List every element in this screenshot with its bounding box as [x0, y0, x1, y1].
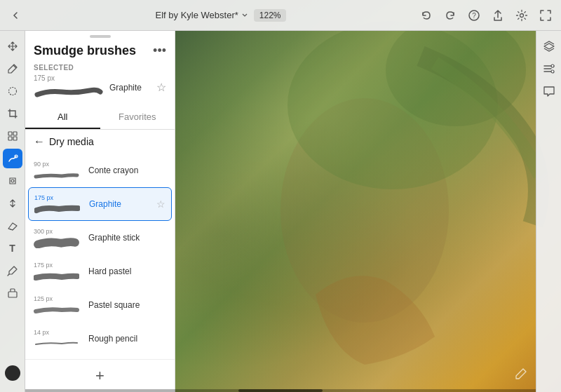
panel-title: Smudge brushes: [34, 43, 136, 58]
selected-star-icon[interactable]: ☆: [156, 81, 166, 94]
category-name: Dry media: [49, 136, 94, 147]
svg-text:?: ?: [472, 12, 476, 20]
left-toolbar: T: [0, 31, 25, 392]
brush-name-conte: Conte crayon: [88, 165, 166, 175]
brush-item-selected[interactable]: 175 px Graphite ☆: [28, 187, 172, 221]
add-button-row: +: [25, 359, 175, 392]
panel-more-button[interactable]: •••: [153, 43, 166, 58]
right-toolbar: [536, 31, 561, 392]
brush-item[interactable]: 90 px Conte crayon: [25, 154, 175, 187]
svg-point-5: [520, 13, 524, 17]
svg-rect-7: [8, 132, 12, 135]
brush-name-graphite: Graphite: [89, 199, 151, 209]
brush-preview-pastel-square: 125 px: [34, 295, 83, 316]
tab-favorites-label: Favorites: [119, 111, 156, 122]
category-nav: ← Dry media: [25, 130, 175, 154]
selected-brush-stroke: [34, 83, 104, 100]
tool-eyedropper[interactable]: [3, 261, 22, 281]
svg-rect-13: [8, 292, 17, 297]
type-icon-label: T: [9, 243, 15, 254]
file-name: Elf by Kyle Webster*: [156, 10, 238, 20]
svg-point-14: [551, 65, 554, 67]
brush-preview-rough-pencil: 14 px: [34, 329, 83, 349]
fullscreen-button[interactable]: [539, 8, 553, 22]
undo-button[interactable]: [419, 8, 433, 22]
panel-header: Smudge brushes •••: [25, 41, 175, 64]
brush-name-rough-pencil: Rough pencil: [88, 334, 166, 344]
file-title[interactable]: Elf by Kyle Webster*: [156, 10, 248, 20]
brush-item[interactable]: 300 px Graphite stick: [25, 221, 175, 255]
brush-preview-hard-pastel: 175 px: [34, 262, 83, 282]
tool-move[interactable]: [3, 36, 22, 56]
selected-label: SELECTED: [34, 64, 166, 72]
brush-name-pastel-square: Pastel square: [88, 300, 166, 310]
svg-point-12: [11, 180, 14, 182]
selected-brush-name: Graphite: [109, 83, 151, 93]
brush-star-graphite[interactable]: ☆: [156, 198, 165, 210]
panel-handle: [90, 35, 111, 38]
brush-list: 90 px Conte crayon 175 px Graphite ☆ 300…: [25, 154, 175, 359]
bottom-indicator: [238, 389, 323, 392]
canvas-edit-icon: [515, 367, 527, 384]
brush-preview-conte: 90 px: [34, 161, 83, 181]
selected-brush-size: 175 px: [34, 74, 55, 82]
toolbar-left: [8, 8, 22, 22]
brush-item[interactable]: 14 px Rough pencil: [25, 322, 175, 356]
add-brush-button[interactable]: +: [90, 365, 111, 386]
svg-point-15: [551, 70, 554, 73]
zoom-badge[interactable]: 122%: [254, 9, 287, 22]
selected-brush-preview: 175 px: [34, 74, 104, 100]
settings-button[interactable]: [515, 8, 529, 22]
svg-rect-9: [8, 137, 12, 140]
color-swatch[interactable]: [5, 365, 20, 381]
tool-properties[interactable]: [539, 59, 559, 79]
help-button[interactable]: ?: [467, 8, 481, 22]
brush-item[interactable]: 125 px Pastel square: [25, 288, 175, 322]
tool-brush[interactable]: [3, 59, 22, 79]
brush-preview-graphite-stick: 300 px: [34, 228, 83, 248]
tool-transform[interactable]: [3, 194, 22, 213]
toolbar-center: Elf by Kyle Webster* 122%: [156, 9, 287, 22]
tabs-row: All Favorites: [25, 106, 175, 130]
brush-preview-graphite: 175 px: [34, 194, 83, 215]
tool-layers[interactable]: [539, 36, 559, 56]
back-arrow-icon[interactable]: ←: [34, 135, 45, 148]
selected-section: SELECTED 175 px Graphite ☆: [25, 64, 175, 106]
brush-item[interactable]: 175 px Hard pastel: [25, 255, 175, 288]
tool-smudge[interactable]: [3, 149, 22, 168]
tool-lasso[interactable]: [3, 81, 22, 101]
tab-all[interactable]: All: [25, 106, 100, 129]
tool-comments[interactable]: [539, 81, 559, 101]
brush-panel: Smudge brushes ••• SELECTED 175 px Graph…: [25, 31, 175, 392]
brush-name-hard-pastel: Hard pastel: [88, 266, 166, 276]
tab-all-label: All: [58, 111, 67, 122]
svg-point-6: [8, 88, 16, 95]
tool-library[interactable]: [3, 283, 22, 303]
tool-eraser[interactable]: [3, 216, 22, 236]
redo-button[interactable]: [443, 8, 457, 22]
brush-name-graphite-stick: Graphite stick: [88, 233, 166, 243]
bottom-bar: [25, 389, 536, 392]
share-button[interactable]: [491, 8, 505, 22]
back-button[interactable]: [8, 8, 22, 22]
tool-type[interactable]: T: [3, 238, 22, 258]
tool-clone[interactable]: [3, 171, 22, 191]
tab-favorites[interactable]: Favorites: [100, 106, 175, 129]
top-toolbar: Elf by Kyle Webster* 122% ?: [0, 0, 561, 31]
svg-rect-10: [13, 137, 17, 140]
toolbar-right: ?: [419, 8, 553, 22]
tool-crop[interactable]: [3, 104, 22, 123]
selected-brush: 175 px Graphite ☆: [34, 74, 166, 100]
svg-rect-8: [13, 132, 17, 135]
tool-pattern[interactable]: [3, 126, 22, 146]
